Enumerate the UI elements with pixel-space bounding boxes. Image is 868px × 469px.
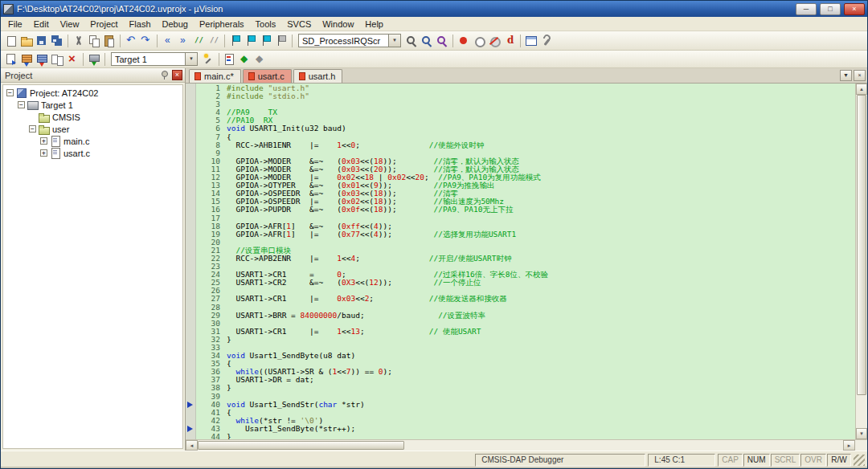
code-line[interactable]: 8 RCC->AHB1ENR |= 1<<0; //使能外设时钟 xyxy=(196,141,855,149)
code-line[interactable]: 6void USART1_Init(u32 baud) xyxy=(196,124,855,133)
tree-item-usart-c[interactable]: +usart.c xyxy=(3,147,182,159)
manage-run-time-environment-icon[interactable] xyxy=(238,52,252,67)
bookmark-toggle-icon[interactable] xyxy=(228,34,243,48)
chevron-down-icon[interactable]: ▼ xyxy=(185,53,197,65)
vertical-scrollbar[interactable]: ▲ ▼ xyxy=(855,84,867,439)
cut-icon[interactable] xyxy=(72,34,86,48)
outdent-icon[interactable] xyxy=(161,34,175,48)
chevron-down-icon[interactable]: ▼ xyxy=(388,35,400,47)
menu-tools[interactable]: Tools xyxy=(250,18,282,31)
scroll-up-icon[interactable]: ▲ xyxy=(856,84,867,95)
uncomment-selection-icon[interactable] xyxy=(207,34,221,48)
vertical-scroll-track[interactable] xyxy=(856,95,867,428)
tab-usart-h[interactable]: usart.h xyxy=(293,69,343,83)
code-line[interactable]: 32} xyxy=(196,336,855,344)
code-line[interactable]: 4//PA9 TX xyxy=(196,108,855,116)
scroll-right-icon[interactable]: ► xyxy=(843,440,855,451)
code-line[interactable]: 44} xyxy=(196,433,855,439)
title-bar[interactable]: F:\Desktop\AT24C02\proj\AT24C02.uvprojx … xyxy=(1,1,867,17)
code-line[interactable]: 43 Usart1_SendByte(*str++); xyxy=(196,425,855,433)
code-line[interactable]: 20 xyxy=(196,239,855,247)
code-editor[interactable]: 1#include "usart.h"2#include "stdio.h"34… xyxy=(186,84,855,439)
insert-breakpoint-icon[interactable] xyxy=(457,34,471,48)
menu-help[interactable]: Help xyxy=(359,18,389,31)
code-line[interactable]: 34void Usart1_SendByte(u8 dat) xyxy=(196,352,855,360)
tree-item-main-c[interactable]: +main.c xyxy=(3,135,182,147)
save-icon[interactable] xyxy=(35,34,49,48)
menu-svcs[interactable]: SVCS xyxy=(281,18,317,31)
open-file-icon[interactable] xyxy=(19,34,34,48)
scroll-down-icon[interactable]: ▼ xyxy=(856,428,867,439)
close-panel-icon[interactable]: × xyxy=(172,70,182,80)
pack-installer-icon[interactable] xyxy=(253,52,268,67)
close-button[interactable]: × xyxy=(844,3,865,15)
tree-item-project-at24c02[interactable]: −Project: AT24C02 xyxy=(3,87,182,99)
find-icon[interactable] xyxy=(420,34,434,48)
redo-icon[interactable] xyxy=(139,34,154,48)
menu-window[interactable]: Window xyxy=(317,18,359,31)
bookmark-next-icon[interactable] xyxy=(259,34,273,48)
target-options-wand-icon[interactable] xyxy=(201,52,215,67)
horizontal-scroll-track[interactable] xyxy=(198,440,843,451)
tree-item-cmsis[interactable]: CMSIS xyxy=(3,111,182,123)
pin-icon[interactable] xyxy=(159,70,170,80)
incremental-find-icon[interactable] xyxy=(435,34,449,48)
translate-file-icon[interactable] xyxy=(4,52,18,67)
scroll-left-icon[interactable]: ◄ xyxy=(186,440,198,451)
code-line[interactable]: 22 RCC->APB2ENR |= 1<<4; //开启/使能USART时钟 xyxy=(196,255,855,263)
batch-build-icon[interactable] xyxy=(50,52,64,67)
code-line[interactable]: 2#include "stdio.h" xyxy=(196,92,855,100)
minimize-button[interactable]: ─ xyxy=(796,3,817,15)
file-extensions-icon[interactable] xyxy=(223,52,237,67)
disable-breakpoint-icon[interactable] xyxy=(472,34,486,48)
menu-edit[interactable]: Edit xyxy=(28,18,55,31)
stop-build-icon[interactable] xyxy=(65,52,80,67)
tab-main-c[interactable]: main.c* xyxy=(189,69,241,83)
menu-file[interactable]: File xyxy=(2,18,28,31)
horizontal-scroll-thumb[interactable] xyxy=(198,441,404,450)
find-in-files-icon[interactable] xyxy=(404,34,419,48)
menu-project[interactable]: Project xyxy=(84,18,123,31)
code-content[interactable]: 1#include "usart.h"2#include "stdio.h"34… xyxy=(196,84,855,439)
code-line[interactable]: 40void Usart1_SendStr(char *str) xyxy=(196,401,855,409)
target-select-combo[interactable]: Target 1 ▼ xyxy=(111,52,198,66)
vertical-scroll-thumb[interactable] xyxy=(857,95,866,395)
window-layout-icon[interactable] xyxy=(524,34,538,48)
tree-expander[interactable]: − xyxy=(18,101,25,108)
horizontal-scrollbar[interactable]: ◄ ► xyxy=(186,439,867,451)
new-file-icon[interactable] xyxy=(4,34,18,48)
menu-peripherals[interactable]: Peripherals xyxy=(194,18,250,31)
bookmark-previous-icon[interactable] xyxy=(244,34,258,48)
tab-usart-c[interactable]: usart.c xyxy=(243,69,292,83)
bookmark-clear-all-icon[interactable] xyxy=(274,34,289,48)
code-line[interactable]: 3 xyxy=(196,100,855,108)
menu-flash[interactable]: Flash xyxy=(124,18,157,31)
start-debug-session-icon[interactable] xyxy=(502,34,517,48)
tree-expander[interactable]: + xyxy=(40,137,47,145)
build-icon[interactable] xyxy=(19,52,34,67)
indent-icon[interactable] xyxy=(176,34,190,48)
code-line[interactable]: 29 USART1->BRR = 84000000/baud; //设置波特率 xyxy=(196,312,855,320)
resize-grip[interactable] xyxy=(854,455,865,466)
function-navigator-combo[interactable]: SD_ProcessIRQScr ▼ xyxy=(298,34,401,47)
maximize-button[interactable]: □ xyxy=(820,3,841,15)
code-line[interactable]: 37 USART1->DR = dat; xyxy=(196,376,855,384)
breakpoint-margin[interactable] xyxy=(186,84,196,439)
code-line[interactable]: 25 USART1->CR2 &=~ (0X3<<(12)); //一个停止位 xyxy=(196,279,855,287)
rebuild-all-icon[interactable] xyxy=(35,52,49,67)
tree-expander[interactable]: − xyxy=(6,89,14,96)
close-document-icon[interactable]: × xyxy=(854,70,866,81)
menu-debug[interactable]: Debug xyxy=(157,18,194,31)
kill-all-breakpoints-icon[interactable] xyxy=(487,34,502,48)
copy-icon[interactable] xyxy=(87,34,101,48)
comment-selection-icon[interactable] xyxy=(191,34,206,48)
configure-uvision-wrench-icon[interactable] xyxy=(539,34,554,48)
code-line[interactable]: 19 GPIOA->AFR[1] |= (0x77<<(4)); //选择复用功… xyxy=(196,230,855,239)
tree-item-target-1[interactable]: −Target 1 xyxy=(3,99,182,111)
code-line[interactable]: 38} xyxy=(196,384,855,392)
save-all-icon[interactable] xyxy=(50,34,64,48)
paste-icon[interactable] xyxy=(102,34,117,48)
tree-expander[interactable]: + xyxy=(40,149,47,157)
menu-view[interactable]: View xyxy=(55,18,85,31)
code-line[interactable]: 27 USART1->CR1 |= 0x03<<2; //使能发送器和接收器 xyxy=(196,295,855,303)
